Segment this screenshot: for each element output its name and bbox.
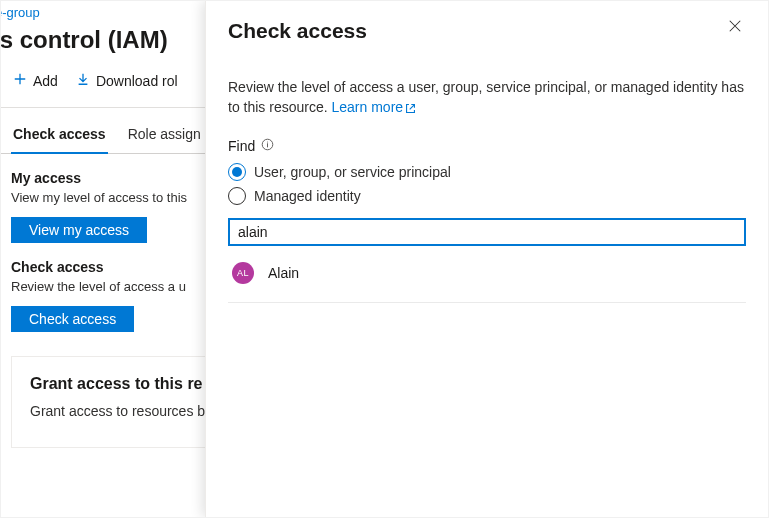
- add-button-label: Add: [33, 73, 58, 89]
- info-icon[interactable]: [261, 138, 274, 154]
- tab-role-assignments[interactable]: Role assign: [126, 118, 203, 153]
- radio-mi-label: Managed identity: [254, 188, 361, 204]
- tab-check-access[interactable]: Check access: [11, 118, 108, 154]
- download-icon: [76, 72, 90, 89]
- check-access-panel: Check access Review the level of access …: [205, 1, 768, 517]
- radio-user-label: User, group, or service principal: [254, 164, 451, 180]
- plus-icon: [13, 72, 27, 89]
- download-button-label: Download rol: [96, 73, 178, 89]
- radio-icon: [228, 163, 246, 181]
- view-my-access-button[interactable]: View my access: [11, 217, 147, 243]
- panel-intro: Review the level of access a user, group…: [228, 77, 746, 120]
- radio-managed-identity[interactable]: Managed identity: [228, 184, 746, 208]
- radio-user-group-sp[interactable]: User, group, or service principal: [228, 160, 746, 184]
- avatar: AL: [232, 262, 254, 284]
- download-button[interactable]: Download rol: [76, 72, 178, 89]
- close-button[interactable]: [724, 15, 746, 40]
- close-icon: [728, 21, 742, 36]
- panel-intro-text: Review the level of access a user, group…: [228, 79, 744, 115]
- learn-more-link[interactable]: Learn more: [332, 99, 404, 115]
- check-access-button[interactable]: Check access: [11, 306, 134, 332]
- find-radio-group: User, group, or service principal Manage…: [228, 160, 746, 208]
- external-link-icon: [405, 99, 416, 119]
- result-name: Alain: [268, 265, 299, 281]
- find-label-row: Find: [228, 138, 746, 154]
- breadcrumb-link[interactable]: e-group: [0, 5, 40, 20]
- add-button[interactable]: Add: [13, 72, 58, 89]
- radio-icon: [228, 187, 246, 205]
- principal-search-input[interactable]: [228, 218, 746, 246]
- search-result-item[interactable]: AL Alain: [228, 250, 746, 303]
- panel-title: Check access: [228, 19, 367, 43]
- find-label: Find: [228, 138, 255, 154]
